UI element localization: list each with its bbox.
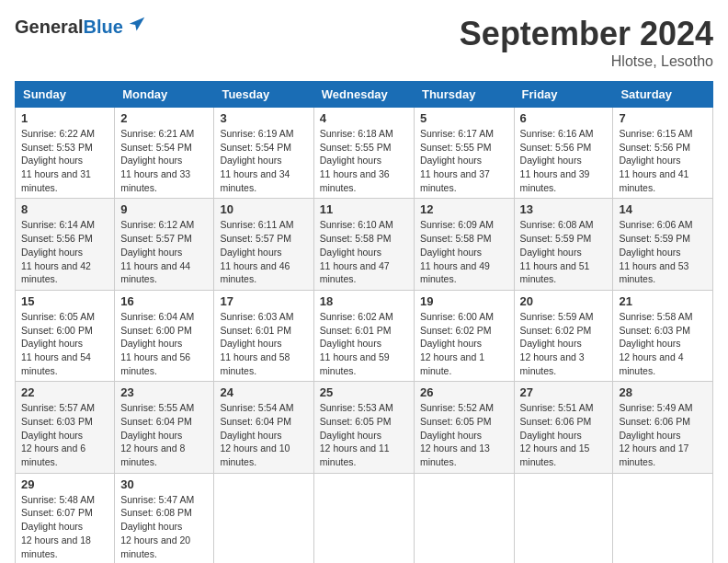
- logo-blue-text: Blue: [83, 17, 122, 38]
- day-number: 29: [21, 477, 108, 491]
- day-number: 24: [220, 385, 307, 399]
- calendar-cell: 20 Sunrise: 5:59 AMSunset: 6:02 PMDaylig…: [514, 290, 613, 381]
- location-subtitle: Hlotse, Lesotho: [460, 53, 713, 70]
- calendar-week-3: 15 Sunrise: 6:05 AMSunset: 6:00 PMDaylig…: [16, 290, 713, 381]
- day-info: Sunrise: 5:48 AMSunset: 6:07 PMDaylight …: [21, 493, 108, 560]
- day-info: Sunrise: 6:03 AMSunset: 6:01 PMDaylight …: [220, 310, 307, 377]
- day-info: Sunrise: 5:54 AMSunset: 6:04 PMDaylight …: [220, 401, 307, 468]
- day-info: Sunrise: 6:05 AMSunset: 6:00 PMDaylight …: [21, 310, 108, 377]
- day-info: Sunrise: 6:21 AMSunset: 5:54 PMDaylight …: [120, 127, 208, 194]
- calendar-cell: 15 Sunrise: 6:05 AMSunset: 6:00 PMDaylig…: [16, 290, 115, 381]
- day-info: Sunrise: 5:53 AMSunset: 6:05 PMDaylight …: [320, 401, 408, 468]
- day-number: 7: [619, 111, 707, 125]
- day-info: Sunrise: 6:12 AMSunset: 5:57 PMDaylight …: [120, 218, 208, 285]
- day-info: Sunrise: 6:11 AMSunset: 5:57 PMDaylight …: [220, 218, 307, 285]
- calendar-cell: 6 Sunrise: 6:16 AMSunset: 5:56 PMDayligh…: [514, 108, 613, 199]
- day-number: 9: [120, 202, 208, 216]
- day-number: 10: [220, 202, 307, 216]
- day-number: 17: [220, 294, 307, 308]
- day-info: Sunrise: 5:49 AMSunset: 6:06 PMDaylight …: [619, 401, 707, 468]
- month-title: September 2024: [460, 15, 713, 53]
- calendar-cell: 19 Sunrise: 6:00 AMSunset: 6:02 PMDaylig…: [414, 290, 514, 381]
- calendar-week-1: 1 Sunrise: 6:22 AMSunset: 5:53 PMDayligh…: [16, 108, 713, 199]
- day-number: 30: [120, 477, 208, 491]
- calendar-cell: 12 Sunrise: 6:09 AMSunset: 5:58 PMDaylig…: [414, 199, 514, 290]
- day-number: 23: [120, 385, 208, 399]
- calendar-cell: [313, 473, 414, 563]
- day-info: Sunrise: 5:59 AMSunset: 6:02 PMDaylight …: [520, 310, 608, 377]
- weekday-header-wednesday: Wednesday: [313, 82, 414, 108]
- day-info: Sunrise: 5:51 AMSunset: 6:06 PMDaylight …: [520, 401, 608, 468]
- day-number: 19: [420, 294, 508, 308]
- day-number: 22: [21, 385, 108, 399]
- title-section: September 2024 Hlotse, Lesotho: [460, 15, 713, 70]
- day-number: 6: [520, 111, 608, 125]
- weekday-header-friday: Friday: [514, 82, 613, 108]
- weekday-header-thursday: Thursday: [414, 82, 514, 108]
- calendar-cell: 10 Sunrise: 6:11 AMSunset: 5:57 PMDaylig…: [214, 199, 313, 290]
- day-info: Sunrise: 5:55 AMSunset: 6:04 PMDaylight …: [120, 401, 208, 468]
- day-number: 1: [21, 111, 108, 125]
- calendar-week-4: 22 Sunrise: 5:57 AMSunset: 6:03 PMDaylig…: [16, 382, 713, 473]
- day-number: 25: [320, 385, 408, 399]
- calendar-cell: 22 Sunrise: 5:57 AMSunset: 6:03 PMDaylig…: [16, 382, 115, 473]
- calendar-cell: [414, 473, 514, 563]
- weekday-header-monday: Monday: [115, 82, 214, 108]
- day-number: 11: [320, 202, 408, 216]
- calendar-cell: 7 Sunrise: 6:15 AMSunset: 5:56 PMDayligh…: [613, 108, 713, 199]
- day-number: 28: [619, 385, 707, 399]
- weekday-header-saturday: Saturday: [613, 82, 713, 108]
- calendar-cell: [613, 473, 713, 563]
- day-info: Sunrise: 5:57 AMSunset: 6:03 PMDaylight …: [21, 401, 108, 468]
- calendar-cell: 2 Sunrise: 6:21 AMSunset: 5:54 PMDayligh…: [115, 108, 214, 199]
- logo-general-text: General: [15, 17, 83, 38]
- day-info: Sunrise: 6:18 AMSunset: 5:55 PMDaylight …: [320, 127, 408, 194]
- day-number: 27: [520, 385, 608, 399]
- calendar-cell: 25 Sunrise: 5:53 AMSunset: 6:05 PMDaylig…: [313, 382, 414, 473]
- calendar-table: SundayMondayTuesdayWednesdayThursdayFrid…: [15, 81, 713, 563]
- calendar-cell: 9 Sunrise: 6:12 AMSunset: 5:57 PMDayligh…: [115, 199, 214, 290]
- calendar-cell: 24 Sunrise: 5:54 AMSunset: 6:04 PMDaylig…: [214, 382, 313, 473]
- calendar-cell: 28 Sunrise: 5:49 AMSunset: 6:06 PMDaylig…: [613, 382, 713, 473]
- calendar-cell: 27 Sunrise: 5:51 AMSunset: 6:06 PMDaylig…: [514, 382, 613, 473]
- day-number: 8: [21, 202, 108, 216]
- calendar-cell: 11 Sunrise: 6:10 AMSunset: 5:58 PMDaylig…: [313, 199, 414, 290]
- day-info: Sunrise: 6:19 AMSunset: 5:54 PMDaylight …: [220, 127, 307, 194]
- day-number: 3: [220, 111, 307, 125]
- day-info: Sunrise: 6:00 AMSunset: 6:02 PMDaylight …: [420, 310, 508, 377]
- calendar-cell: 13 Sunrise: 6:08 AMSunset: 5:59 PMDaylig…: [514, 199, 613, 290]
- day-info: Sunrise: 5:58 AMSunset: 6:03 PMDaylight …: [619, 310, 707, 377]
- day-info: Sunrise: 6:15 AMSunset: 5:56 PMDaylight …: [619, 127, 707, 194]
- day-number: 26: [420, 385, 508, 399]
- logo: General Blue: [15, 15, 147, 40]
- day-info: Sunrise: 6:09 AMSunset: 5:58 PMDaylight …: [420, 218, 508, 285]
- calendar-cell: [214, 473, 313, 563]
- calendar-cell: [514, 473, 613, 563]
- weekday-header-sunday: Sunday: [16, 82, 115, 108]
- calendar-cell: 23 Sunrise: 5:55 AMSunset: 6:04 PMDaylig…: [115, 382, 214, 473]
- calendar-cell: 21 Sunrise: 5:58 AMSunset: 6:03 PMDaylig…: [613, 290, 713, 381]
- calendar-cell: 29 Sunrise: 5:48 AMSunset: 6:07 PMDaylig…: [16, 473, 115, 563]
- day-number: 21: [619, 294, 707, 308]
- logo-bird-icon: [127, 15, 147, 40]
- calendar-week-2: 8 Sunrise: 6:14 AMSunset: 5:56 PMDayligh…: [16, 199, 713, 290]
- day-number: 4: [320, 111, 408, 125]
- day-number: 12: [420, 202, 508, 216]
- day-info: Sunrise: 6:04 AMSunset: 6:00 PMDaylight …: [120, 310, 208, 377]
- calendar-cell: 26 Sunrise: 5:52 AMSunset: 6:05 PMDaylig…: [414, 382, 514, 473]
- calendar-cell: 5 Sunrise: 6:17 AMSunset: 5:55 PMDayligh…: [414, 108, 514, 199]
- calendar-cell: 1 Sunrise: 6:22 AMSunset: 5:53 PMDayligh…: [16, 108, 115, 199]
- day-info: Sunrise: 6:06 AMSunset: 5:59 PMDaylight …: [619, 218, 707, 285]
- page-header: General Blue September 2024 Hlotse, Leso…: [15, 15, 713, 70]
- day-number: 2: [120, 111, 208, 125]
- day-number: 14: [619, 202, 707, 216]
- day-info: Sunrise: 6:14 AMSunset: 5:56 PMDaylight …: [21, 218, 108, 285]
- weekday-header-tuesday: Tuesday: [214, 82, 313, 108]
- calendar-cell: 17 Sunrise: 6:03 AMSunset: 6:01 PMDaylig…: [214, 290, 313, 381]
- day-number: 5: [420, 111, 508, 125]
- day-info: Sunrise: 6:22 AMSunset: 5:53 PMDaylight …: [21, 127, 108, 194]
- day-info: Sunrise: 6:02 AMSunset: 6:01 PMDaylight …: [320, 310, 408, 377]
- day-number: 20: [520, 294, 608, 308]
- day-info: Sunrise: 5:47 AMSunset: 6:08 PMDaylight …: [120, 493, 208, 560]
- day-info: Sunrise: 6:17 AMSunset: 5:55 PMDaylight …: [420, 127, 508, 194]
